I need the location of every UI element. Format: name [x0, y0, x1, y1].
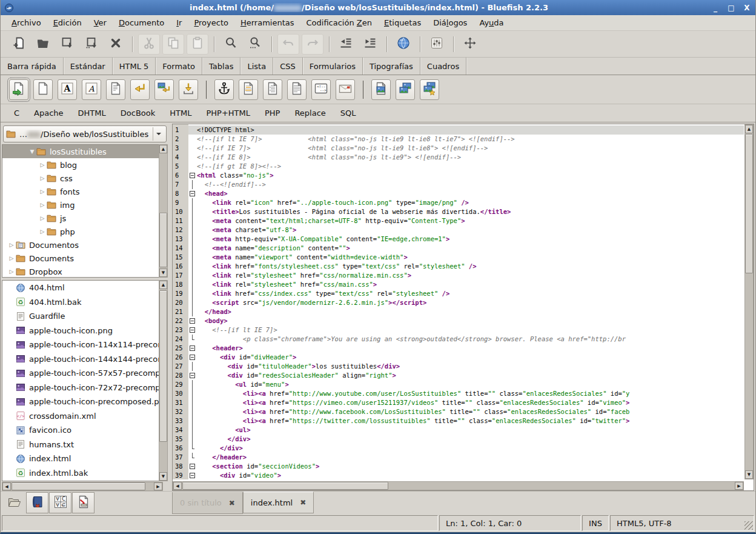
fold-toggle-icon[interactable]: [190, 373, 195, 378]
bookmarks-tab[interactable]: [26, 492, 48, 513]
toolbar-tab-tablas[interactable]: Tablas: [202, 58, 240, 75]
insert-image-button[interactable]: [371, 79, 391, 100]
tree-scrollbar[interactable]: ▲ ▼: [159, 144, 168, 278]
file-item-favicon-ico[interactable]: favicon.ico: [2, 423, 167, 438]
email-button[interactable]: [336, 79, 355, 100]
multi-thumbnail-button[interactable]: [420, 79, 439, 100]
fold-margin[interactable]: [188, 462, 197, 471]
thumbnail-button[interactable]: [396, 79, 415, 100]
justify-button[interactable]: [287, 79, 307, 100]
file-item-index-html-bak[interactable]: ♻index.html.bak: [2, 466, 167, 481]
scroll-up-icon[interactable]: ▲: [159, 281, 167, 289]
toolbar-tab-formularios[interactable]: Formularios: [303, 58, 363, 75]
new-document-button[interactable]: [8, 34, 30, 55]
toolbar-tab-formato[interactable]: Formato: [156, 58, 202, 75]
tree-item-documents[interactable]: ▷Documents: [2, 252, 167, 265]
menu-etiquetas[interactable]: Etiquetas: [378, 15, 427, 31]
fold-toggle-icon[interactable]: [190, 355, 195, 360]
lang-tab-docbook[interactable]: DocBook: [113, 108, 162, 118]
maximize-button[interactable]: □: [726, 4, 736, 12]
scroll-left-icon[interactable]: ◀: [2, 482, 11, 490]
scroll-up-icon[interactable]: ▲: [159, 145, 167, 153]
minimize-button[interactable]: _: [711, 4, 720, 12]
menu-documento[interactable]: Documento: [113, 15, 170, 31]
lang-tab-c[interactable]: C: [7, 108, 27, 118]
code-text[interactable]: <header>: [197, 344, 744, 353]
quickstart-button[interactable]: [9, 79, 28, 100]
file-item-apple-touch-icon-114x114-precomposed-png[interactable]: apple-touch-icon-114x114-precomposed.png: [2, 338, 167, 352]
file-item-404-html[interactable]: 404.html: [2, 281, 167, 295]
file-browser-tab[interactable]: [3, 492, 25, 513]
fold-toggle-icon[interactable]: [190, 191, 195, 196]
code-text[interactable]: <!--[if IE 8]> <html class="no-js lt-ie9…: [197, 153, 744, 162]
file-item-humans-txt[interactable]: humans.txt: [2, 438, 167, 452]
expand-arrow-icon[interactable]: ▷: [7, 255, 16, 261]
menu-ver[interactable]: Ver: [88, 15, 113, 31]
tree-item-lossustituibles[interactable]: ▼losSustituibles: [2, 145, 167, 158]
menu-herramientas[interactable]: Herramientas: [234, 15, 300, 31]
file-item-apple-touch-icon-57x57-precomposed-png[interactable]: apple-touch-icon-57x57-precomposed.png: [2, 366, 167, 381]
chevron-down-icon[interactable]: [153, 127, 164, 141]
code-text[interactable]: </head>: [197, 307, 744, 316]
tree-item-js[interactable]: ▷js: [2, 212, 167, 225]
file-item-apple-touch-icon-png[interactable]: apple-touch-icon.png: [2, 324, 167, 338]
code-text[interactable]: </div>: [197, 444, 744, 453]
fold-margin[interactable]: [188, 316, 197, 325]
code-text[interactable]: <ul>: [197, 426, 744, 435]
lang-tab-apache[interactable]: Apache: [27, 108, 71, 118]
code-text[interactable]: <link rel="stylesheet" href="css/main.cs…: [197, 280, 744, 289]
tree-item-blog[interactable]: ▷blog: [2, 158, 167, 172]
close-tab-icon[interactable]: ✖: [229, 499, 235, 507]
editor-scrollbar[interactable]: ▲ ▼: [744, 124, 754, 479]
expand-arrow-icon[interactable]: ▷: [38, 175, 47, 181]
center-button[interactable]: [239, 79, 258, 100]
menu-edici-n[interactable]: Edición: [47, 15, 88, 31]
code-text[interactable]: <p class="chromeframe">You are using an …: [197, 335, 744, 344]
file-item-apple-touch-icon-precomposed-png[interactable]: apple-touch-icon-precomposed.png: [2, 395, 167, 409]
close-tab-icon[interactable]: ✖: [300, 498, 306, 507]
expand-arrow-icon[interactable]: ▷: [38, 229, 47, 235]
save-button[interactable]: [56, 34, 78, 55]
close-window-button[interactable]: X: [742, 4, 752, 12]
scrollbar-thumb[interactable]: [182, 482, 388, 490]
scroll-down-icon[interactable]: ▼: [159, 472, 167, 481]
preferences-button[interactable]: [426, 34, 448, 55]
code-text[interactable]: <meta charset="utf-8">: [197, 225, 744, 235]
menu-di-logos[interactable]: Diálogos: [427, 15, 473, 31]
code-text[interactable]: </header>: [197, 453, 744, 462]
scrollbar-thumb[interactable]: [745, 134, 753, 273]
expand-arrow-icon[interactable]: ▷: [38, 202, 47, 208]
expand-arrow-icon[interactable]: ▷: [38, 162, 47, 168]
code-text[interactable]: <meta name="viewport" content="width=dev…: [197, 253, 744, 262]
code-text[interactable]: <link href="css/index.css" type="text/cs…: [197, 289, 744, 298]
lang-tab-html[interactable]: HTML: [162, 108, 199, 118]
find-button[interactable]: [220, 34, 242, 55]
fold-toggle-icon[interactable]: [190, 318, 195, 324]
tree-item-php[interactable]: ▷php: [2, 225, 167, 238]
nbsp-button[interactable]: [179, 79, 198, 100]
charmap-tab[interactable]: ∀C∀∈: [49, 492, 71, 513]
lang-tab-replace[interactable]: Replace: [287, 108, 333, 118]
resize-grip[interactable]: [744, 521, 753, 530]
open-button[interactable]: [32, 34, 54, 55]
code-text[interactable]: <html class="no-js">: [197, 171, 744, 180]
code-text[interactable]: <li><a href="http://www.facebook.com/Los…: [197, 407, 744, 416]
menu-proyecto[interactable]: Proyecto: [188, 15, 234, 31]
tree-item-documentos[interactable]: ▷Documentos: [2, 238, 167, 252]
bold-button[interactable]: A: [58, 79, 77, 100]
code-text[interactable]: <!--[if IE 7]> <html class="no-js lt-ie9…: [197, 144, 744, 153]
toolbar-tab-css[interactable]: CSS: [273, 58, 303, 75]
scrollbar-thumb[interactable]: [159, 213, 167, 267]
scrollbar-thumb[interactable]: [12, 482, 145, 490]
indent-button[interactable]: [359, 34, 381, 55]
close-button[interactable]: [105, 34, 127, 55]
tree-item-fonts[interactable]: ▷fonts: [2, 185, 167, 198]
toolbar-tab-cuadros[interactable]: Cuadros: [420, 58, 466, 75]
code-text[interactable]: <!--[if gt IE 8]><!-->: [197, 162, 744, 171]
code-text[interactable]: <!--[if lt IE 7]> <html class="no-js lt-…: [197, 135, 744, 144]
scroll-down-icon[interactable]: ▼: [159, 269, 167, 277]
tree-item-img[interactable]: ▷img: [2, 198, 167, 212]
code-text[interactable]: <title>Los sustituibles - Página oficial…: [197, 207, 744, 216]
tree-item-dropbox[interactable]: ▷Dropbox: [2, 265, 167, 278]
expand-arrow-icon[interactable]: ▷: [38, 215, 47, 221]
